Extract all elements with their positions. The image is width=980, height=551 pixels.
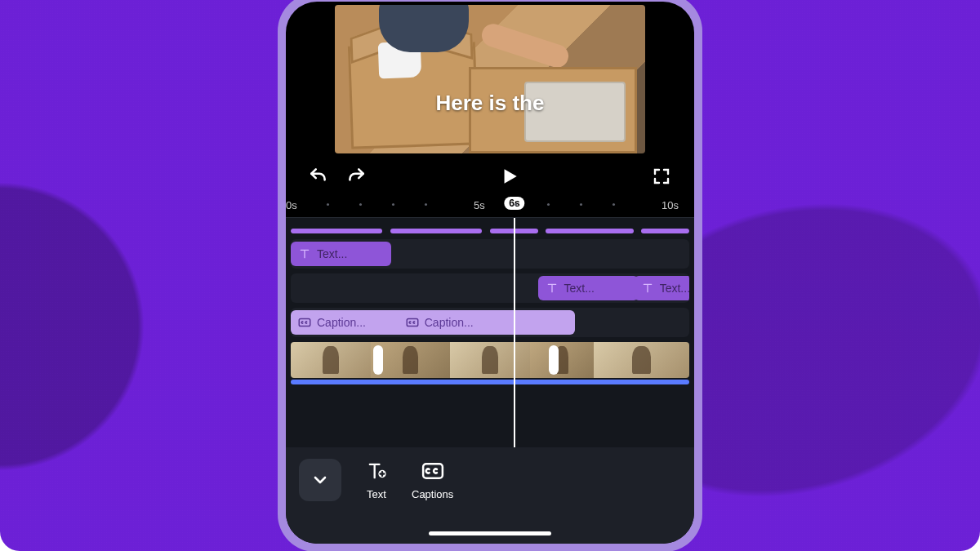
text-clip[interactable]: Text... [538,276,639,300]
preview-caption-text: Here is the [436,91,545,116]
fullscreen-button[interactable] [650,165,673,188]
play-button[interactable] [496,163,522,189]
text-clip[interactable]: Text... [634,276,689,300]
video-track[interactable] [291,342,689,378]
ruler-minor-dot [392,203,394,206]
marker-segment[interactable] [291,229,382,233]
ruler-minor-dot [359,203,362,206]
audio-track[interactable] [291,380,689,384]
clip-trim-handle[interactable] [373,345,383,375]
ruler-tick: 0s [286,199,297,211]
text-icon [640,281,655,295]
clip-label: Caption... [317,316,366,329]
clip-trim-handle[interactable] [549,345,559,375]
device-frame: Here is the [278,0,702,551]
captions-icon [421,459,445,483]
illustration-person [379,5,469,52]
timeline[interactable]: Text... Text...Text... Caption...Caption… [286,218,694,447]
player-controls [286,157,694,196]
clip-label: Text... [564,282,595,295]
svg-rect-0 [299,319,310,327]
play-icon [498,166,519,187]
undo-icon [308,166,329,187]
marker-segment[interactable] [546,229,633,233]
text-icon [297,247,312,261]
video-thumbnail[interactable] [291,342,371,378]
ruler-minor-dot [514,203,517,206]
clip-label: Text... [660,282,689,295]
video-preview: Here is the [286,2,694,157]
ruler-minor-dot [612,203,615,206]
text-track[interactable]: Text...Text... [291,273,689,303]
tool-label: Text [367,488,386,500]
ruler-tick: 10s [662,199,679,211]
fullscreen-icon [652,167,671,186]
video-thumbnail[interactable] [594,342,689,378]
ruler-minor-dot [327,203,329,206]
playhead[interactable] [514,218,515,447]
redo-icon [345,166,367,187]
app-screen: Here is the [286,2,694,544]
preview-frame[interactable]: Here is the [335,5,645,153]
tool-captions[interactable]: Captions [412,459,453,500]
text-icon [545,281,559,295]
video-thumbnail[interactable] [530,342,594,378]
undo-button[interactable] [307,165,330,188]
caption-clip[interactable]: Caption... [399,310,575,335]
chevron-down-icon [310,470,330,490]
ruler-minor-dot [580,203,582,206]
illustration-arm [479,21,571,71]
bottom-toolbar: Text Captions [286,447,694,544]
home-indicator[interactable] [429,531,551,535]
marker-segment[interactable] [390,229,482,233]
text-clip[interactable]: Text... [291,242,391,266]
svg-rect-1 [407,319,418,327]
clip-label: Text... [317,247,347,260]
captions-icon [405,315,420,330]
text-add-icon [364,459,389,483]
collapse-toolbar-button[interactable] [299,459,341,501]
timeline-ruler[interactable]: 6s 0s5s10s [286,196,694,218]
captions-icon [297,315,312,330]
marker-segment[interactable] [641,229,689,233]
video-thumbnail[interactable] [450,342,530,378]
clip-label: Caption... [425,316,474,329]
redo-button[interactable] [345,165,368,188]
ruler-minor-dot [425,203,427,206]
ruler-tick: 5s [474,199,485,211]
tool-label: Captions [412,488,453,500]
caption-clip[interactable]: Caption... [291,310,408,335]
text-track[interactable]: Text... [291,239,689,269]
ruler-minor-dot [547,203,550,206]
tool-text[interactable]: Text [364,459,389,500]
marker-track [291,228,689,234]
caption-track[interactable]: Caption...Caption... [291,308,689,337]
